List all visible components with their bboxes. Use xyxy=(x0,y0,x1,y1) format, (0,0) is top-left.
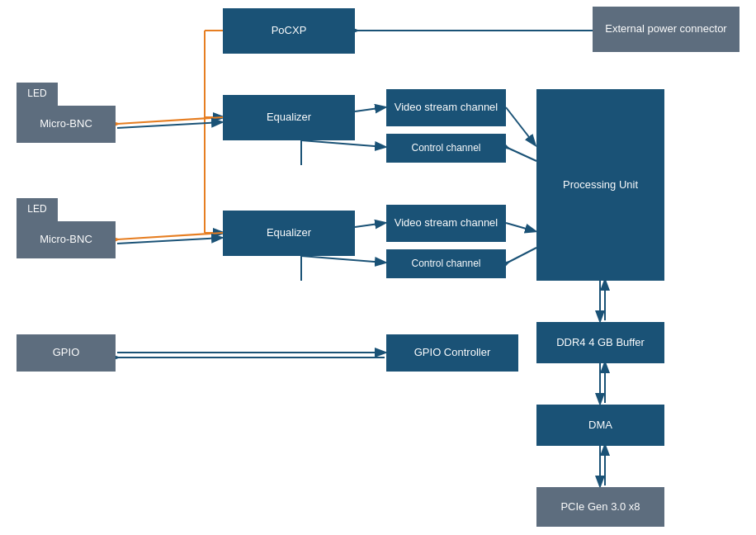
control-channel1-block: Control channel xyxy=(386,134,506,163)
gpio-block: GPIO xyxy=(17,334,116,372)
control-channel2-block: Control channel xyxy=(386,249,506,278)
svg-line-8 xyxy=(117,238,221,244)
pcie-block: PCIe Gen 3.0 x8 xyxy=(536,487,664,527)
svg-line-10 xyxy=(506,107,535,144)
svg-line-13 xyxy=(301,140,385,147)
equalizer1-block: Equalizer xyxy=(223,95,355,140)
svg-line-16 xyxy=(508,248,536,263)
svg-line-9 xyxy=(355,107,385,111)
svg-line-5 xyxy=(117,117,223,124)
led2-block: LED xyxy=(17,198,58,221)
processing-unit-block: Processing Unit xyxy=(536,89,664,281)
led1-block: LED xyxy=(17,83,58,106)
diagram: External power connector PoCXP LED Micro… xyxy=(0,0,756,535)
svg-line-6 xyxy=(117,233,223,239)
equalizer2-block: Equalizer xyxy=(223,211,355,256)
gpio-controller-block: GPIO Controller xyxy=(386,334,518,372)
video-stream1-block: Video stream channel xyxy=(386,89,506,126)
micro-bnc2-block: Micro-BNC xyxy=(17,221,116,258)
svg-line-11 xyxy=(508,148,536,161)
svg-line-18 xyxy=(301,256,385,263)
video-stream2-block: Video stream channel xyxy=(386,205,506,242)
ddr4-block: DDR4 4 GB Buffer xyxy=(536,322,664,363)
micro-bnc1-block: Micro-BNC xyxy=(17,106,116,143)
dma-block: DMA xyxy=(536,405,664,446)
svg-line-7 xyxy=(117,122,221,128)
svg-line-15 xyxy=(506,223,535,231)
svg-line-14 xyxy=(355,223,385,227)
pocxp-block: PoCXP xyxy=(223,8,355,54)
external-power-connector: External power connector xyxy=(593,7,739,52)
